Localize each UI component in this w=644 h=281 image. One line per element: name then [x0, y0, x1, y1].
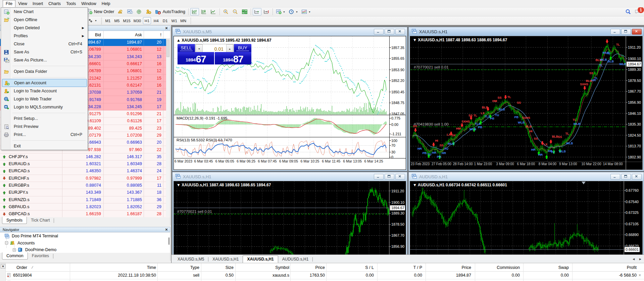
- close-button[interactable]: [395, 29, 405, 35]
- file-menu-open-an-account[interactable]: Open an Account: [2, 79, 87, 87]
- navigator-close-icon[interactable]: ×: [164, 228, 169, 232]
- maximize-button[interactable]: [621, 174, 631, 180]
- accounts-options-button[interactable]: [144, 8, 153, 15]
- menu-charts[interactable]: Charts: [46, 0, 63, 7]
- order-row[interactable]: 650198052022.11.18 10:38:50sell1.00xauus…: [6, 279, 644, 281]
- menu-tools[interactable]: Tools: [63, 0, 79, 7]
- new-chart-button-dropdown-icon[interactable]: ▼: [283, 11, 285, 13]
- sell-price[interactable]: 189467: [178, 52, 214, 64]
- column-profit[interactable]: Profit: [627, 263, 637, 272]
- minimize-button[interactable]: [610, 29, 620, 35]
- candlestick-mode-button[interactable]: [200, 8, 208, 15]
- tile-windows-button[interactable]: [240, 8, 249, 15]
- chart-tab-1[interactable]: XAUUSD.s,H1: [208, 256, 243, 263]
- scroll-tabs-left-icon[interactable]: ◄: [632, 257, 635, 261]
- file-menu-close[interactable]: CloseCtrl+F4: [2, 40, 87, 48]
- periods-button[interactable]: ▼: [287, 8, 299, 15]
- file-menu-login-to-trade-account[interactable]: Login to Trade Account: [2, 87, 87, 95]
- file-menu-print-[interactable]: Print...Ctrl+P: [2, 131, 87, 139]
- column-time[interactable]: Time: [147, 263, 156, 272]
- close-button[interactable]: [632, 29, 642, 35]
- scroll-tabs-right-icon[interactable]: ►: [639, 257, 642, 261]
- tree-item-dooprime-demo[interactable]: +DooPrime-Demo: [0, 246, 170, 253]
- column-type[interactable]: Type: [190, 263, 199, 272]
- menu-insert[interactable]: Insert: [30, 0, 46, 7]
- column-price[interactable]: Price: [315, 263, 325, 272]
- file-menu-open-offline[interactable]: Open Offline: [2, 16, 87, 24]
- tab-tick-chart[interactable]: Tick Chart: [27, 217, 54, 224]
- new-chart-button[interactable]: ▼: [275, 8, 287, 15]
- tree-item-accounts[interactable]: −Accounts: [0, 240, 170, 247]
- terminal-close-icon[interactable]: ×: [1, 264, 5, 269]
- market-watch-row[interactable]: EURJPY.s143.349143.36718: [0, 189, 166, 196]
- templates-button[interactable]: ▼: [300, 8, 312, 15]
- tab-favorites[interactable]: Favorites: [28, 253, 53, 260]
- minimize-button[interactable]: [374, 174, 384, 180]
- window-titlebar[interactable]: XAUUSD.s,H1: [409, 27, 644, 36]
- buy-price[interactable]: 189487: [215, 52, 251, 64]
- line-chart-mode-button[interactable]: [209, 8, 218, 15]
- file-menu-open-data-folder[interactable]: Open Data Folder: [2, 67, 87, 76]
- menu-file[interactable]: File: [3, 0, 15, 7]
- timeframe-w1[interactable]: W1: [170, 17, 178, 24]
- file-menu-save-as-picture-[interactable]: Save As Picture...: [2, 56, 87, 64]
- minimize-button[interactable]: [374, 29, 384, 35]
- bar-chart-mode-button[interactable]: [190, 8, 199, 15]
- market-watch-row[interactable]: GBPAUD.s1.820231.8205229: [0, 203, 166, 210]
- chart-shift-toggle[interactable]: [262, 8, 271, 15]
- window-titlebar[interactable]: XAUUSD.s,H1: [172, 172, 407, 181]
- search-button[interactable]: [624, 8, 633, 15]
- market-watch-close-icon[interactable]: ×: [164, 26, 169, 31]
- notifications-button[interactable]: 1: [633, 8, 642, 15]
- chart-canvas-audusd[interactable]: 0.666010.677600.675400.673250.671050.668…: [410, 181, 643, 263]
- chart-canvas-h1-bottom[interactable]: 1894.67#70770021 sell 0.011911.201900.10…: [174, 181, 406, 263]
- file-menu-login-to-web-trader[interactable]: Login to Web Trader: [2, 95, 87, 103]
- timeframe-mn[interactable]: MN: [179, 17, 187, 24]
- chart-tab-2[interactable]: XAUUSD.s,H1: [243, 255, 278, 263]
- scrollbar-thumb[interactable]: [166, 40, 169, 57]
- market-watch-row[interactable]: CHFJPY.s146.282146.31735: [0, 153, 166, 160]
- menu-window[interactable]: Window: [79, 0, 99, 7]
- maximize-button[interactable]: [621, 29, 631, 35]
- market-watch-row[interactable]: EURCAD.s1.463501.4637424: [0, 168, 166, 175]
- file-menu-save-as[interactable]: Save AsCtrl+S: [2, 48, 87, 56]
- column-ask[interactable]: Ask: [104, 31, 142, 39]
- column-tp[interactable]: T / P: [413, 263, 422, 272]
- indicators-dropdown-icon[interactable]: ▼: [95, 19, 97, 22]
- minimize-button[interactable]: [610, 174, 620, 180]
- tab-symbols[interactable]: Symbols: [2, 217, 27, 224]
- indicators-button[interactable]: ▼: [87, 17, 98, 25]
- window-titlebar[interactable]: XAUUSD.s,M5: [172, 27, 407, 36]
- zoom-in-button[interactable]: [221, 8, 230, 15]
- market-watch-row[interactable]: EURNZD.s1.718491.7188536: [0, 196, 166, 203]
- file-menu-exit[interactable]: Exit: [2, 142, 87, 150]
- timeframe-m1[interactable]: M1: [104, 17, 112, 24]
- column-size[interactable]: Size: [226, 263, 234, 272]
- timeframe-h1[interactable]: H1: [143, 17, 151, 24]
- column-order[interactable]: Order/: [16, 263, 33, 272]
- chart-canvas-m5[interactable]: SELL ▼ 0.01 ▲ BUY 189467: [174, 36, 406, 170]
- column-sl[interactable]: S / L: [365, 263, 374, 272]
- file-menu-print-preview[interactable]: Print Preview: [2, 123, 87, 131]
- timeframe-m5[interactable]: M5: [113, 17, 121, 24]
- auto-scroll-toggle[interactable]: [253, 8, 261, 15]
- timeframe-h4[interactable]: H4: [152, 17, 160, 24]
- chart-canvas-h1-top[interactable]: 1894.67#70770021 sell 0.01#70419830 sell…: [410, 36, 643, 170]
- tab-common[interactable]: Common: [2, 252, 28, 260]
- chart-tab-3[interactable]: AUDUSD.s,H1: [278, 256, 313, 263]
- chart-tab-0[interactable]: XAUUSD.s,M5: [174, 256, 208, 263]
- column-spread[interactable]: !: [144, 31, 161, 39]
- file-menu-login-to-mql5-community[interactable]: Login to MQL5.community: [2, 103, 87, 111]
- tree-item-doo-prime-mt4-terminal[interactable]: Doo Prime MT4 Terminal: [0, 233, 170, 240]
- column-commission[interactable]: Commission: [497, 263, 520, 272]
- strategy-tester-toggle[interactable]: [135, 8, 144, 15]
- menu-help[interactable]: Help: [99, 0, 113, 7]
- close-button[interactable]: [395, 174, 405, 180]
- buy-button[interactable]: BUY: [234, 44, 251, 52]
- file-menu-open-deleted[interactable]: Open Deleted▶: [2, 24, 87, 32]
- market-watch-row[interactable]: EURAUD.s1.603211.6034928: [0, 160, 166, 168]
- timeframe-m30[interactable]: M30: [133, 17, 142, 24]
- expand-icon[interactable]: +: [13, 248, 16, 251]
- timeframe-m15[interactable]: M15: [122, 17, 131, 24]
- column-swap[interactable]: Swap: [558, 263, 569, 272]
